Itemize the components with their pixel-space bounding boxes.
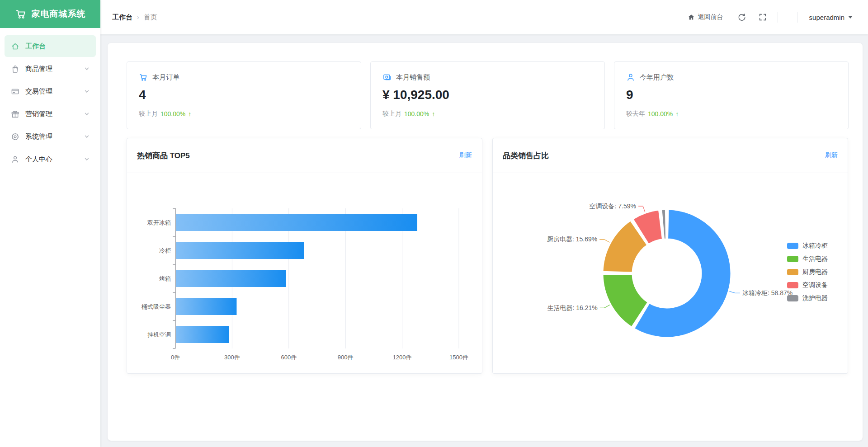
main-content: 本月订单 4 较上月 100.00% ↑ 本月销售额 ¥ 10,925.00 较… — [108, 43, 863, 441]
chevron-down-icon — [84, 111, 90, 117]
donut-chart: 冰箱冷柜: 58.87%生活电器: 16.21%厨房电器: 15.69%空调设备… — [493, 173, 848, 373]
stat-value: 4 — [139, 88, 349, 102]
fullscreen-button[interactable] — [759, 13, 767, 21]
stat-card-orders: 本月订单 4 较上月 100.00% ↑ — [127, 61, 361, 129]
category-share-panel: 品类销售占比 刷新 冰箱冷柜: 58.87%生活电器: 16.21%厨房电器: … — [492, 138, 848, 374]
compare-label: 较去年 — [626, 110, 645, 118]
svg-text:冷柜: 冷柜 — [159, 247, 171, 254]
legend-swatch — [787, 295, 798, 301]
stat-value: ¥ 10,925.00 — [382, 88, 593, 102]
bar-chart-svg: 0件300件600件900件1200件1500件双开冰箱冷柜烤箱桶式吸尘器挂机空… — [127, 173, 482, 373]
sidebar-item-goods[interactable]: 商品管理 — [5, 58, 96, 80]
username: superadmin — [809, 14, 844, 21]
topbar: 工作台 › 首页 返回前台 superadmin — [100, 0, 868, 34]
divider — [778, 12, 778, 23]
legend-item[interactable]: 空调设备 — [787, 281, 828, 289]
svg-text:厨房电器: 15.69%: 厨房电器: 15.69% — [547, 235, 597, 243]
breadcrumb-separator: › — [137, 14, 139, 21]
stat-card-sales: 本月销售额 ¥ 10,925.00 较上月 100.00% ↑ — [370, 61, 605, 129]
bar-chart: 0件300件600件900件1200件1500件双开冰箱冷柜烤箱桶式吸尘器挂机空… — [127, 173, 482, 373]
sidebar-item-label: 工作台 — [25, 42, 46, 51]
refresh-icon — [738, 13, 746, 21]
refresh-link[interactable]: 刷新 — [459, 151, 472, 160]
user-icon — [11, 155, 19, 164]
legend-label: 冰箱冷柜 — [802, 242, 828, 250]
legend-item[interactable]: 冰箱冷柜 — [787, 242, 828, 250]
home-icon — [11, 42, 19, 51]
sidebar-item-system[interactable]: 系统管理 — [5, 126, 96, 147]
cart-icon — [139, 73, 148, 82]
user-menu[interactable]: superadmin — [809, 14, 853, 21]
charts-row: 热销商品 TOP5 刷新 0件300件600件900件1200件1500件双开冰… — [127, 138, 849, 374]
refresh-link[interactable]: 刷新 — [825, 151, 838, 160]
svg-text:空调设备: 7.59%: 空调设备: 7.59% — [590, 202, 636, 210]
topbar-actions: 返回前台 superadmin — [688, 12, 853, 23]
legend-item[interactable]: 厨房电器 — [787, 268, 828, 276]
sidebar-item-marketing[interactable]: 营销管理 — [5, 103, 96, 125]
stat-value: 9 — [626, 88, 836, 102]
sidebar-item-label: 个人中心 — [25, 155, 52, 164]
chevron-down-icon — [84, 66, 90, 71]
user-icon — [626, 73, 635, 82]
stats-row: 本月订单 4 较上月 100.00% ↑ 本月销售额 ¥ 10,925.00 较… — [127, 61, 849, 129]
sidebar-item-profile[interactable]: 个人中心 — [5, 148, 96, 170]
legend-label: 厨房电器 — [802, 268, 828, 276]
panel-title: 热销商品 TOP5 — [137, 151, 190, 161]
legend-swatch — [787, 282, 798, 288]
compare-value: 100.00% — [648, 110, 673, 118]
fullscreen-icon — [759, 13, 767, 21]
app-logo: 家电商城系统 — [0, 0, 100, 28]
back-to-front-button[interactable]: 返回前台 — [688, 13, 723, 21]
breadcrumb: 工作台 › 首页 — [112, 13, 157, 22]
chevron-down-icon — [84, 134, 90, 139]
donut-legend: 冰箱冷柜生活电器厨房电器空调设备洗护电器 — [787, 242, 828, 302]
sidebar: 家电商城系统 工作台 商品管理 交易管理 营销管理 系统管理 个人 — [0, 0, 100, 447]
svg-text:桶式吸尘器: 桶式吸尘器 — [141, 303, 171, 310]
app-title: 家电商城系统 — [32, 8, 86, 20]
money-icon — [382, 73, 392, 82]
chevron-down-icon — [84, 156, 90, 162]
sidebar-item-label: 商品管理 — [25, 65, 52, 73]
trend-up-icon: ↑ — [675, 110, 679, 118]
svg-text:生活电器: 16.21%: 生活电器: 16.21% — [547, 304, 597, 311]
hot-products-panel: 热销商品 TOP5 刷新 0件300件600件900件1200件1500件双开冰… — [127, 138, 482, 374]
legend-item[interactable]: 生活电器 — [787, 255, 828, 263]
breadcrumb-root[interactable]: 工作台 — [112, 13, 132, 22]
stat-label: 本月销售额 — [396, 73, 430, 82]
sidebar-item-workbench[interactable]: 工作台 — [5, 35, 96, 57]
svg-text:双开冰箱: 双开冰箱 — [147, 219, 171, 226]
home-filled-icon — [688, 14, 695, 21]
sidebar-item-label: 营销管理 — [25, 110, 52, 118]
stat-label: 本月订单 — [152, 73, 179, 82]
compare-label: 较上月 — [139, 110, 158, 118]
sidebar-item-label: 交易管理 — [25, 87, 52, 96]
divider — [797, 12, 797, 23]
refresh-button[interactable] — [738, 13, 746, 21]
panel-title: 品类销售占比 — [503, 151, 549, 161]
sidebar-menu: 工作台 商品管理 交易管理 营销管理 系统管理 个人中心 — [0, 28, 100, 177]
shopping-bag-icon — [11, 65, 19, 73]
svg-text:0件: 0件 — [171, 354, 180, 361]
caret-down-icon — [848, 16, 853, 19]
stat-card-users: 今年用户数 9 较去年 100.00% ↑ — [614, 61, 849, 129]
legend-item[interactable]: 洗护电器 — [787, 294, 828, 302]
svg-text:挂机空调: 挂机空调 — [147, 331, 171, 338]
legend-swatch — [787, 256, 798, 262]
legend-label: 空调设备 — [802, 281, 828, 289]
svg-text:1200件: 1200件 — [393, 354, 412, 361]
compare-value: 100.00% — [160, 110, 185, 118]
legend-swatch — [787, 269, 798, 275]
cart-icon — [15, 8, 27, 20]
svg-text:600件: 600件 — [281, 354, 297, 361]
svg-text:烤箱: 烤箱 — [159, 275, 171, 282]
legend-swatch — [787, 243, 798, 249]
credit-card-icon — [11, 87, 19, 96]
trend-up-icon: ↑ — [188, 110, 191, 118]
sidebar-item-label: 系统管理 — [25, 132, 52, 141]
svg-text:300件: 300件 — [224, 354, 240, 361]
svg-text:冰箱冷柜: 58.87%: 冰箱冷柜: 58.87% — [742, 289, 793, 296]
chevron-down-icon — [84, 89, 90, 94]
sidebar-item-trade[interactable]: 交易管理 — [5, 80, 96, 102]
legend-label: 洗护电器 — [802, 294, 828, 302]
compare-label: 较上月 — [382, 110, 401, 118]
